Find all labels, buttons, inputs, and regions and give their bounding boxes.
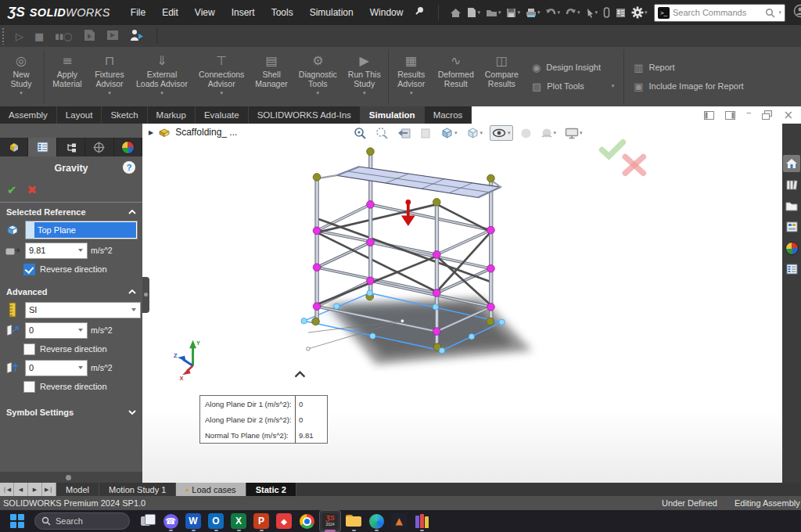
reverse-direction-checkbox-3[interactable] — [23, 381, 35, 393]
select-button[interactable]: ▾ — [584, 6, 600, 20]
report-button[interactable]: ▥ Report — [634, 62, 743, 74]
undo-button[interactable]: ▾ — [544, 6, 562, 19]
callout-collapse-chevron[interactable] — [295, 372, 304, 377]
fixtures-advisor-button[interactable]: ⊓ FixturesAdvisor ▾ — [88, 47, 131, 106]
unit-system-combo[interactable]: SI — [25, 302, 141, 318]
confirmation-corner[interactable] — [602, 142, 644, 173]
diagnostic-tools-caret-icon[interactable]: ▾ — [317, 90, 320, 97]
panel-horizontal-scrollbar[interactable] — [0, 472, 142, 483]
tab-markup[interactable]: Markup — [148, 106, 196, 124]
symbol-settings-section[interactable]: Symbol Settings — [0, 404, 142, 420]
menu-view[interactable]: View — [195, 7, 215, 18]
connections-advisor-button[interactable]: ⊤ ConnectionsAdvisor ▾ — [193, 47, 250, 106]
search-input[interactable]: Search Commands — [673, 8, 762, 17]
dir1-callout-value[interactable]: 0 — [296, 396, 327, 412]
feature-breadcrumb[interactable]: ▶ Scaffolding_ ... — [149, 127, 237, 138]
excel-app-icon[interactable]: X — [228, 511, 249, 531]
menu-tools[interactable]: Tools — [271, 7, 293, 18]
file-explorer-button[interactable] — [783, 197, 800, 214]
zoom-to-area-icon[interactable] — [374, 125, 390, 141]
custom-properties-button[interactable] — [783, 261, 800, 278]
menu-simulation[interactable]: Simulation — [310, 7, 354, 18]
results-advisor-caret-icon[interactable]: ▾ — [410, 90, 413, 97]
gravity-magnitude-combo[interactable]: 9.81 — [25, 243, 88, 259]
next-tab-button[interactable]: ▶ — [28, 483, 42, 496]
gravity-callout[interactable]: Along Plane Dir 1 (m/s^2): 0 Along Plane… — [199, 395, 328, 444]
section-view-icon[interactable] — [418, 126, 433, 141]
menu-window[interactable]: Window — [370, 7, 404, 18]
open-button[interactable]: ▾ — [484, 6, 503, 19]
red-arrows-app-icon[interactable]: ◆ — [274, 511, 294, 531]
plot-tools-caret-icon[interactable]: ▾ — [612, 83, 615, 89]
appearances-button[interactable] — [783, 239, 800, 257]
connections-advisor-caret-icon[interactable]: ▾ — [220, 90, 223, 97]
breadcrumb-expand-icon[interactable]: ▶ — [149, 129, 153, 136]
presenter-icon[interactable] — [130, 29, 143, 44]
feature-manager-tab[interactable] — [0, 138, 28, 156]
design-insight-button[interactable]: ◉ Design Insight — [532, 62, 614, 74]
first-tab-button[interactable]: ❘◀ — [0, 483, 14, 496]
panel-splitter-handle[interactable] — [142, 277, 149, 313]
chevron-down-icon[interactable] — [128, 410, 136, 415]
results-advisor-button[interactable]: ▦ ResultsAdvisor ▾ — [390, 47, 433, 106]
model-name[interactable]: Scaffolding_ ... — [175, 127, 237, 138]
tab-simulation[interactable]: Simulation — [361, 106, 425, 124]
tab-motion-study-1[interactable]: Motion Study 1 — [99, 483, 176, 496]
menu-file[interactable]: File — [131, 7, 145, 18]
configuration-manager-tab[interactable] — [57, 138, 85, 156]
pin-menu-icon[interactable] — [414, 5, 424, 20]
powerpoint-app-icon[interactable]: P — [251, 511, 271, 531]
external-loads-advisor-button[interactable]: ⇓ ExternalLoads Advisor ▾ — [131, 47, 193, 106]
chrome-app-icon[interactable] — [296, 511, 317, 531]
view-palette-button[interactable] — [783, 218, 800, 235]
advanced-section[interactable]: Advanced — [0, 284, 142, 300]
last-tab-button[interactable]: ▶❘ — [42, 483, 56, 496]
restore-button[interactable] — [762, 110, 772, 120]
design-library-button[interactable] — [783, 176, 800, 193]
plane-dir2-combo[interactable]: 0 — [25, 360, 88, 376]
pause-record-button[interactable]: ▮▮◯ — [55, 32, 72, 41]
settings-gear-button[interactable]: ▾ — [630, 5, 649, 20]
display-manager-tab[interactable] — [114, 138, 142, 156]
word-app-icon[interactable]: W — [183, 511, 203, 531]
redo-button[interactable]: ▾ — [564, 6, 582, 19]
tab-evaluate[interactable]: Evaluate — [196, 106, 249, 124]
tab-load-cases[interactable]: ▴Load cases — [176, 483, 246, 496]
reverse-direction-checkbox-2[interactable] — [23, 343, 35, 355]
collapse-right-pane-icon[interactable] — [725, 111, 735, 120]
file-explorer-app-icon[interactable] — [343, 511, 364, 531]
shell-manager-button[interactable]: ▤ ShellManager — [250, 47, 293, 106]
home-tab-button[interactable] — [783, 155, 800, 172]
collapse-left-pane-icon[interactable] — [704, 111, 714, 120]
tab-sketch[interactable]: Sketch — [102, 106, 147, 124]
normal-callout-value[interactable]: 9.81 — [296, 427, 327, 443]
menu-insert[interactable]: Insert — [232, 7, 255, 18]
tab-layout[interactable]: Layout — [57, 106, 102, 124]
new-study-caret-icon[interactable]: ▾ — [20, 90, 23, 97]
view-settings-icon[interactable]: ▾ — [563, 126, 584, 141]
external-loads-caret-icon[interactable]: ▾ — [160, 90, 163, 97]
apply-material-button[interactable]: ≡ ApplyMaterial — [46, 47, 88, 106]
start-button[interactable] — [9, 513, 25, 529]
plane-dir1-combo[interactable]: 0 — [25, 322, 88, 339]
dir2-callout-value[interactable]: 0 — [296, 412, 327, 427]
hide-show-items-icon[interactable]: ▾ — [490, 125, 513, 141]
previous-view-icon[interactable] — [396, 126, 413, 141]
display-style-icon[interactable]: ▾ — [465, 125, 485, 141]
winrar-app-icon[interactable] — [411, 511, 432, 531]
include-image-for-report-button[interactable]: ▣ Include Image for Report — [634, 81, 743, 92]
matlab-app-icon[interactable]: ▲ — [389, 511, 409, 531]
combo-caret-icon[interactable] — [78, 329, 83, 332]
reference-selection-list[interactable]: Top Plane — [25, 221, 138, 239]
options-list-icon[interactable] — [614, 6, 627, 20]
deformed-result-button[interactable]: ∿ DeformedResult — [433, 47, 480, 106]
tab-assembly[interactable]: Assembly — [0, 106, 57, 124]
save-button[interactable]: ▾ — [505, 6, 522, 20]
edit-appearance-icon[interactable] — [519, 126, 533, 141]
menu-edit[interactable]: Edit — [162, 7, 178, 18]
stop-button[interactable]: ■ — [34, 31, 44, 42]
play-button[interactable]: ▷ — [16, 31, 23, 42]
apply-scene-icon[interactable]: ▾ — [539, 126, 559, 141]
selection-filter-icon[interactable] — [602, 5, 612, 20]
combo-caret-icon[interactable] — [78, 366, 83, 369]
